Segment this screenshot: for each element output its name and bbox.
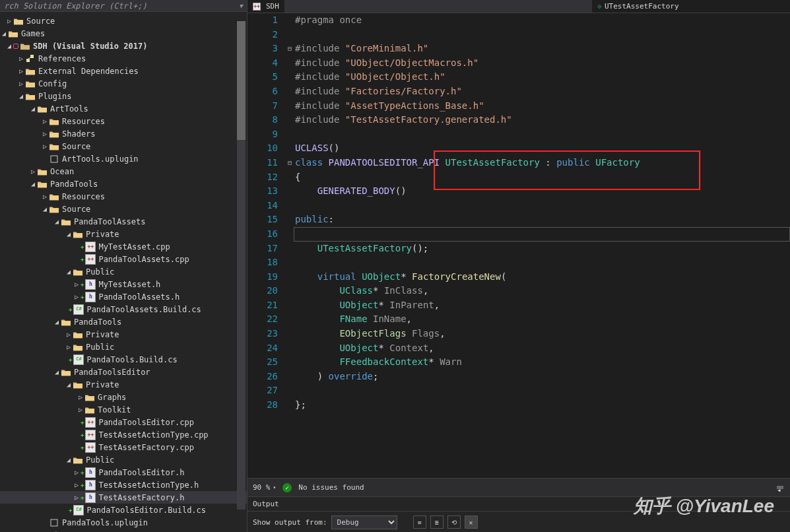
tree-item[interactable]: +++TestAssetFactory.cpp xyxy=(0,441,247,453)
tree-item[interactable]: ◢Public xyxy=(0,265,247,278)
tree-item[interactable]: +C#PandaTools.Build.cs xyxy=(0,353,247,366)
tree-label: Graphs xyxy=(98,393,126,402)
tree-item[interactable]: ◢Public xyxy=(0,453,247,466)
tree-item[interactable]: ▷Public xyxy=(0,341,247,353)
tree-label: Private xyxy=(86,330,119,339)
folder-icon xyxy=(84,392,95,403)
search-dropdown-icon[interactable]: ▼ xyxy=(240,3,243,9)
folder-icon xyxy=(61,216,71,227)
tree-item[interactable]: ▷Graphs xyxy=(0,391,247,403)
tree-item-config[interactable]: ▷Config xyxy=(0,77,247,90)
added-icon: + xyxy=(81,482,84,488)
tree-item-sdh[interactable]: ◢ SDH (Visual Studio 2017) xyxy=(0,40,247,52)
combo-label: UTestAssetFactory xyxy=(605,2,679,11)
added-icon: + xyxy=(81,419,84,426)
code-content[interactable]: #pragma once #include "CoreMinimal.h" #i… xyxy=(294,13,790,478)
code-area[interactable]: 1234567891011121314151617181920212223242… xyxy=(247,13,790,478)
scope-combo[interactable]: ++SDH xyxy=(247,0,284,13)
chevron-down-icon: ◢ xyxy=(53,218,61,225)
tree-label: PandaTools xyxy=(74,317,121,327)
tree-label: PandaToolAssets.h xyxy=(98,292,180,302)
output-source-select[interactable]: Debug xyxy=(331,515,397,529)
folder-icon xyxy=(8,28,18,39)
tree-item-selected[interactable]: ▷+hTestAssetFactory.h xyxy=(0,491,247,504)
tree-item[interactable]: ◢Private xyxy=(0,228,247,240)
chevron-right-icon: ▷ xyxy=(41,143,49,150)
tree-item[interactable]: PandaTools.uplugin xyxy=(0,516,247,529)
tree-item[interactable]: +++TestAssetActionType.cpp xyxy=(0,428,247,441)
tree-item-games[interactable]: ◢ Games xyxy=(0,27,247,40)
indent-left-icon[interactable]: ≡ xyxy=(413,515,426,529)
tree-item[interactable]: ◢PandaToolsEditor xyxy=(0,366,247,378)
tree-item-plugins[interactable]: ◢Plugins xyxy=(0,90,247,102)
tree-item[interactable]: ◢Private xyxy=(0,378,247,391)
tree-item[interactable]: +++PandaToolAssets.cpp xyxy=(0,253,247,265)
tree-item-extdeps[interactable]: ▷External Dependencies xyxy=(0,65,247,77)
tree-label: PandaToolsEditor.cpp xyxy=(98,418,194,427)
fold-gutter[interactable]: ⊟⊟ xyxy=(286,13,294,478)
tree-item-references[interactable]: ▷References xyxy=(0,52,247,65)
folder-icon xyxy=(84,405,95,415)
folder-icon xyxy=(13,16,24,26)
folder-icon xyxy=(73,329,83,340)
tree-item[interactable]: ▷+hPandaToolsEditor.h xyxy=(0,466,247,479)
tree-label: PandaToolAssets xyxy=(74,217,145,226)
tree-item[interactable]: ◢Source xyxy=(0,203,247,215)
tree-label: Resources xyxy=(62,117,105,126)
hscroll-left[interactable]: ◂ xyxy=(777,486,783,489)
indent-right-icon[interactable]: ≣ xyxy=(430,515,444,529)
tree-item[interactable]: ▷Source xyxy=(0,140,247,152)
current-line-highlight xyxy=(294,227,790,242)
cs-file-icon: C# xyxy=(73,354,84,365)
tree-item[interactable]: +C#PandaToolsEditor.Build.cs xyxy=(0,504,247,516)
tree-label: TestAssetActionType.h xyxy=(98,481,199,490)
tree-item[interactable]: ▷+hPandaToolAssets.h xyxy=(0,290,247,303)
tree-item-ocean[interactable]: ▷Ocean xyxy=(0,165,247,178)
tree-item[interactable]: +++MyTestAsset.cpp xyxy=(0,240,247,253)
tree-item[interactable]: ▷+hMyTestAsset.h xyxy=(0,278,247,290)
search-input[interactable]: rch Solution Explorer (Ctrl+;) ▼ xyxy=(0,0,247,12)
tree-item[interactable]: ▷Resources xyxy=(0,190,247,203)
svg-rect-3 xyxy=(51,519,57,526)
folder-icon xyxy=(73,342,83,352)
added-icon: + xyxy=(81,444,84,451)
cpp-file-icon: ++ xyxy=(85,442,96,453)
tree-item[interactable]: +++PandaToolsEditor.cpp xyxy=(0,416,247,428)
tree-label: External Dependencies xyxy=(38,67,139,76)
chevron-down-icon: ◢ xyxy=(53,318,61,325)
clear-icon[interactable]: ✕ xyxy=(465,515,478,529)
zoom-combo[interactable]: 90 % ▾ xyxy=(253,483,276,492)
tree-item-source[interactable]: ▷ Source xyxy=(0,15,247,27)
tree-label: Shaders xyxy=(62,129,96,139)
chevron-down-icon: ◢ xyxy=(41,205,49,213)
tree-item[interactable]: ▷Private xyxy=(0,328,247,341)
tree-item[interactable]: ◢PandaTools xyxy=(0,316,247,328)
chevron-right-icon: ▷ xyxy=(5,17,13,24)
output-from-label: Show output from: xyxy=(253,518,327,527)
tree-item[interactable]: ▷Resources xyxy=(0,115,247,127)
tree-item[interactable]: ▷+hTestAssetActionType.h xyxy=(0,479,247,491)
tree-item[interactable]: ▷Shaders xyxy=(0,127,247,140)
tree-item[interactable]: +C#PandaToolAssets.Build.cs xyxy=(0,303,247,316)
folder-icon xyxy=(49,116,59,127)
tree-item[interactable]: ▷Toolkit xyxy=(0,403,247,416)
member-combo[interactable]: ⟐ UTestAssetFactory xyxy=(592,0,790,13)
wrap-icon[interactable]: ⟲ xyxy=(447,515,461,529)
tree-item-physx[interactable]: ▷PhysX xyxy=(0,529,247,532)
folder-icon xyxy=(73,267,83,277)
tree-item[interactable]: ◢PandaToolAssets xyxy=(0,215,247,228)
folder-icon xyxy=(61,367,71,378)
chevron-right-icon: ▷ xyxy=(41,117,49,125)
tree-item-pandatools[interactable]: ◢PandaTools xyxy=(0,178,247,190)
tree-item-arttools[interactable]: ◢ArtTools xyxy=(0,102,247,115)
folder-icon xyxy=(49,191,59,202)
tree-label: Public xyxy=(86,455,114,465)
nav-bar: ++SDH ⟐ UTestAssetFactory xyxy=(247,0,790,13)
chevron-right-icon: ▷ xyxy=(77,393,84,401)
scrollbar-thumb[interactable] xyxy=(237,21,246,140)
scrollbar[interactable] xyxy=(237,21,246,510)
tree-label: PandaToolsEditor xyxy=(74,368,150,377)
folder-icon xyxy=(37,530,48,533)
line-number-gutter: 1234567891011121314151617181920212223242… xyxy=(247,13,286,478)
tree-item[interactable]: ArtTools.uplugin xyxy=(0,152,247,165)
